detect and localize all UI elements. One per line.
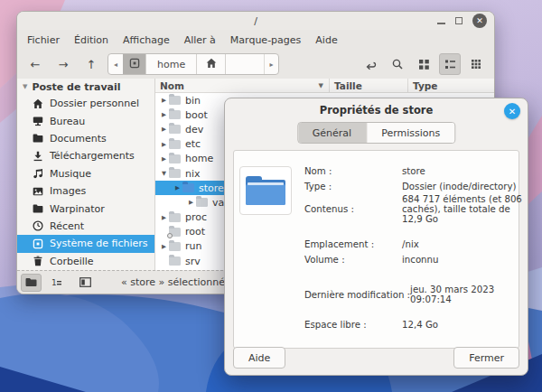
sidebar-item-bureau[interactable]: Bureau (17, 112, 154, 129)
tree-row-label: proc (185, 211, 207, 223)
sidebar-item-label: Images (50, 185, 86, 197)
sidebar-item-dossier-personnel[interactable]: Dossier personnel (17, 95, 154, 112)
toggle-treeview-button[interactable]: 1 (46, 274, 67, 292)
folder-icon (32, 203, 43, 215)
expander-icon[interactable]: ▶ (159, 126, 169, 133)
folder-icon (169, 169, 181, 178)
column-label: Nom (160, 80, 184, 91)
column-headers: Nom ▼ Taille Type (155, 79, 494, 93)
close-dialog-button[interactable]: Fermer (453, 347, 519, 369)
tab-general[interactable]: Général (298, 123, 366, 143)
field-label: Nom : (304, 166, 402, 176)
sidebar-item-warpinator[interactable]: Warpinator (17, 200, 154, 217)
folder-icon (169, 257, 181, 266)
column-header-size[interactable]: Taille (330, 79, 408, 92)
menu-affichage[interactable]: Affichage (123, 34, 170, 46)
up-button[interactable]: ↑ (80, 53, 102, 75)
sidebar-item-label: Warpinator (50, 203, 105, 215)
home-icon (206, 58, 217, 71)
expander-icon[interactable]: ▶ (159, 155, 169, 163)
menu-aller-a[interactable]: Aller à (184, 34, 216, 46)
breadcrumb-home-button[interactable]: home (146, 54, 197, 74)
toggle-sidebar-button[interactable] (21, 274, 42, 292)
toggle-statusbar-button[interactable] (75, 274, 96, 292)
sidebar-item-label: Téléchargements (50, 150, 135, 162)
field-label: Emplacement : (304, 239, 402, 249)
column-header-type[interactable]: Type (408, 79, 494, 92)
menu-fichier[interactable]: Fichier (27, 34, 60, 46)
list-view-icon (444, 59, 456, 70)
close-button[interactable]: ✕ (472, 14, 487, 28)
menu-marque-pages[interactable]: Marque-pages (230, 34, 301, 46)
list-view-button[interactable] (439, 53, 461, 75)
sidebar-item-systeme-de-fichiers[interactable]: Système de fichiers (17, 235, 154, 252)
sidebar-item-documents[interactable]: Documents (17, 130, 154, 147)
compact-view-button[interactable] (465, 53, 487, 75)
sidebar-item-label: Musique (50, 168, 91, 180)
sidebar-item-images[interactable]: Images (17, 182, 154, 200)
search-button[interactable] (387, 53, 408, 75)
folder-icon (196, 198, 208, 207)
expander-icon: ▼ (23, 83, 27, 90)
dialog-buttons: Aide Fermer (233, 347, 519, 369)
tree-row-label: run (185, 240, 201, 252)
titlebar[interactable]: / ✕ (17, 12, 494, 30)
menu-edition[interactable]: Édition (74, 34, 108, 46)
column-label: Taille (334, 80, 362, 91)
breadcrumb: ◂ home ▸ (107, 53, 279, 75)
sidebar-item-label: Bureau (50, 116, 85, 127)
sort-arrow-icon: ▼ (319, 82, 323, 89)
expander-icon[interactable]: ▶ (186, 199, 196, 206)
expander-icon[interactable]: ▼ (159, 170, 169, 177)
sidebar-section-computer[interactable]: ▼ Poste de travail (17, 79, 154, 95)
svg-text:1: 1 (51, 278, 57, 287)
panel-toggle-icon (79, 277, 91, 287)
properties-dialog: Propriétés de store ✕ GénéralPermissions… (224, 98, 528, 376)
breadcrumb-root-button[interactable] (123, 54, 146, 74)
folder-icon (25, 277, 37, 287)
breadcrumb-prev-button[interactable]: ◂ (108, 54, 123, 74)
tree-row-label: srv (185, 256, 201, 267)
toolbar-view-controls (360, 53, 487, 75)
tree-row-label: home (185, 153, 213, 164)
expander-icon[interactable]: ▶ (159, 141, 169, 148)
minimize-button[interactable] (437, 23, 445, 24)
sidebar-item-musique[interactable]: Musique (17, 165, 154, 182)
menu-aide[interactable]: Aide (315, 34, 337, 46)
field-value: 12,4 Go (402, 320, 526, 330)
sidebar-item-telechargements[interactable]: Téléchargements (17, 147, 154, 164)
window-title: / (17, 15, 494, 27)
tree-row-label: root (185, 226, 205, 238)
folder-icon (169, 125, 181, 134)
expander-icon[interactable]: ▶ (173, 184, 182, 191)
clock-icon (32, 220, 43, 232)
expander-icon[interactable]: ▶ (159, 97, 169, 104)
help-button[interactable]: Aide (233, 347, 285, 369)
field-value: jeu. 30 mars 2023 09:07:14 (410, 285, 526, 304)
toggle-location-entry-button[interactable] (360, 53, 382, 75)
expander-icon[interactable]: ▶ (159, 243, 169, 250)
dialog-close-button[interactable]: ✕ (504, 103, 520, 119)
download-icon (32, 150, 43, 162)
column-label: Type (413, 80, 437, 91)
field-label: Dernière modification : (304, 290, 410, 300)
tree-row-label: boot (185, 109, 208, 121)
breadcrumb-user-button[interactable] (197, 54, 226, 74)
breadcrumb-next-button[interactable]: ▸ (264, 54, 278, 74)
tab-permissions[interactable]: Permissions (366, 123, 454, 143)
back-button[interactable]: ← (24, 53, 46, 75)
sidebar-item-label: Système de fichiers (50, 238, 148, 249)
expander-icon[interactable]: ▶ (159, 214, 169, 221)
menubar: FichierÉditionAffichageAller àMarque-pag… (17, 30, 494, 50)
maximize-button[interactable] (455, 17, 463, 24)
desktop-icon (32, 116, 43, 127)
folder-icon (169, 228, 181, 237)
forward-button[interactable]: → (52, 53, 74, 75)
blue-folder-icon (246, 176, 285, 205)
sidebar-item-recent[interactable]: Récent (17, 218, 154, 235)
icon-view-button[interactable] (413, 53, 435, 75)
grid-view-icon (418, 59, 430, 70)
sidebar-item-corbeille[interactable]: Corbeille (17, 253, 154, 270)
expander-icon[interactable]: ▶ (159, 111, 169, 118)
column-header-name[interactable]: Nom ▼ (155, 79, 330, 92)
